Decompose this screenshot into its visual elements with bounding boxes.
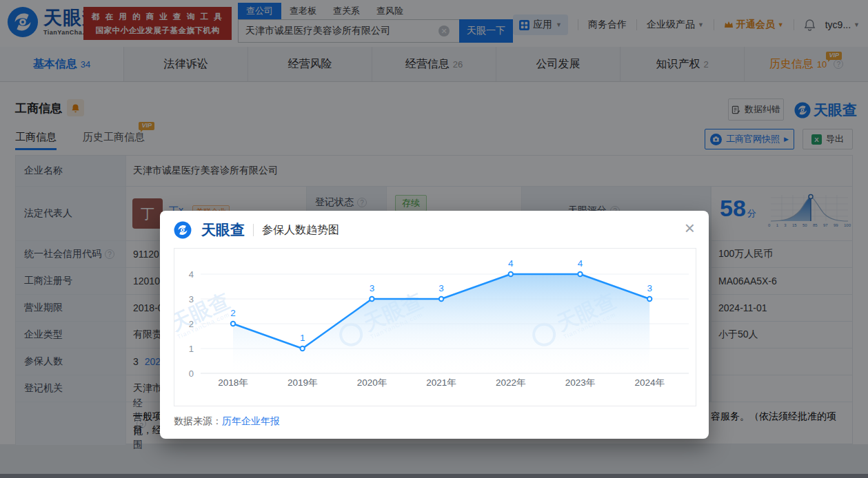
page: 天眼查 TianYanCha.com 都 在 用 的 商 业 查 询 工 具 国… (0, 0, 868, 478)
svg-text:2020年: 2020年 (357, 377, 387, 388)
svg-text:3: 3 (370, 283, 375, 293)
svg-text:4: 4 (508, 258, 514, 269)
svg-text:2024年: 2024年 (634, 377, 665, 388)
svg-text:1: 1 (189, 344, 194, 354)
svg-text:0: 0 (189, 368, 194, 379)
data-source-label: 数据来源： (174, 415, 222, 426)
close-icon[interactable]: × (682, 216, 698, 240)
svg-text:3: 3 (189, 294, 194, 304)
svg-text:2021年: 2021年 (426, 377, 456, 388)
svg-text:4: 4 (578, 258, 583, 269)
divider (253, 224, 254, 236)
modal-header: 天眼查 参保人数趋势图 (174, 220, 339, 240)
data-source-row: 数据来源：历年企业年报 (174, 415, 280, 428)
modal-brand-text: 天眼查 (201, 220, 245, 240)
svg-text:4: 4 (189, 269, 194, 280)
insured-trend-modal: 天眼查 参保人数趋势图 × 天眼查TianYanCha.com天眼查TianYa… (160, 211, 709, 439)
svg-text:2: 2 (189, 319, 194, 329)
svg-text:3: 3 (438, 283, 444, 293)
svg-text:2023年: 2023年 (565, 377, 596, 388)
modal-title: 参保人数趋势图 (262, 223, 339, 238)
annual-reports-link[interactable]: 历年企业年报 (222, 415, 280, 426)
trend-chart: 天眼查TianYanCha.com天眼查TianYanCha.com天眼查Tia… (174, 248, 696, 406)
svg-text:2022年: 2022年 (496, 377, 526, 388)
svg-text:1: 1 (300, 333, 305, 343)
svg-text:2019年: 2019年 (287, 377, 318, 388)
svg-text:2018年: 2018年 (218, 377, 248, 388)
tianyancha-swirl-icon (174, 221, 192, 239)
svg-text:2: 2 (230, 308, 236, 318)
trend-chart-svg: 0123422018年12019年32020年32021年42022年42023… (174, 249, 696, 406)
svg-text:3: 3 (647, 283, 652, 293)
